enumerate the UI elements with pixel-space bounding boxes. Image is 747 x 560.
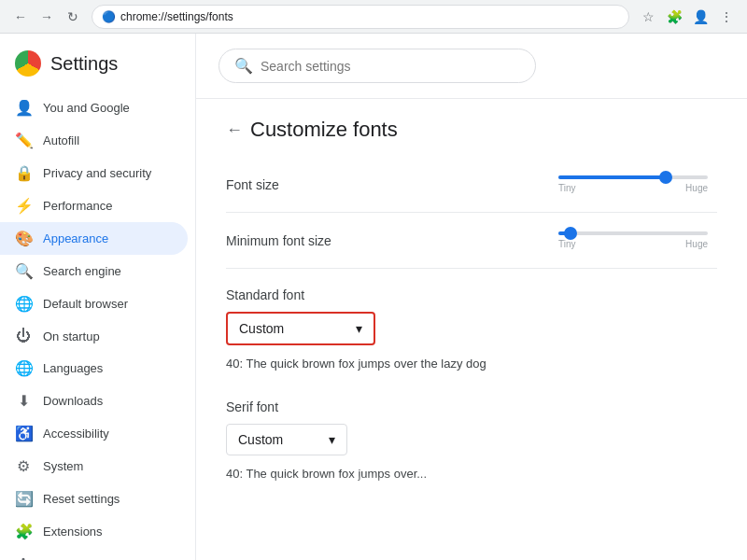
search-bar-container: 🔍 xyxy=(196,34,747,99)
url-text: chrome://settings/fonts xyxy=(120,10,233,23)
sidebar-label-languages: Languages xyxy=(43,361,103,375)
font-size-label-huge: Huge xyxy=(685,183,708,193)
sidebar: Settings 👤 You and Google ✏️ Autofill 🔒 … xyxy=(0,34,196,560)
sidebar-label-extensions: Extensions xyxy=(43,525,103,539)
sidebar-header: Settings xyxy=(0,41,195,91)
font-size-slider-labels: Tiny Huge xyxy=(558,183,708,193)
startup-icon: ⏻ xyxy=(15,328,32,344)
back-button[interactable]: ← xyxy=(9,6,32,28)
browser-bar: ← → ↻ 🔵 chrome://settings/fonts ☆ 🧩 👤 ⋮ xyxy=(0,0,747,34)
site-favicon: 🔵 xyxy=(102,10,115,23)
min-font-size-slider-track[interactable] xyxy=(558,231,708,235)
chrome-logo xyxy=(15,50,41,77)
menu-icon[interactable]: ⋮ xyxy=(715,6,738,28)
content-panel: ← Customize fonts Font size Tiny Huge xyxy=(196,99,747,524)
back-arrow[interactable]: ← xyxy=(226,120,243,140)
sidebar-item-privacy[interactable]: 🔒 Privacy and security xyxy=(0,157,188,189)
sidebar-item-performance[interactable]: ⚡ Performance xyxy=(0,189,188,222)
sidebar-item-extensions[interactable]: 🧩 Extensions xyxy=(0,515,188,548)
sidebar-label-autofill: Autofill xyxy=(43,133,79,147)
sidebar-label-on-startup: On startup xyxy=(43,329,100,343)
search-bar[interactable]: 🔍 xyxy=(218,49,536,83)
sidebar-label-appearance: Appearance xyxy=(43,231,108,245)
forward-button[interactable]: → xyxy=(35,6,58,28)
page-header: ← Customize fonts xyxy=(226,99,717,157)
downloads-icon: ⬇ xyxy=(15,392,32,410)
search-input[interactable] xyxy=(261,59,520,74)
sidebar-item-languages[interactable]: 🌐 Languages xyxy=(0,352,188,385)
min-font-size-slider-thumb[interactable] xyxy=(564,227,577,240)
standard-font-section: Standard font Custom ▾ 40: The quick bro… xyxy=(226,269,717,385)
autofill-icon: ✏️ xyxy=(15,132,32,149)
languages-icon: 🌐 xyxy=(15,359,32,377)
sidebar-label-you-and-google: You and Google xyxy=(43,101,130,115)
sidebar-label-reset: Reset settings xyxy=(43,492,120,506)
reset-icon: 🔄 xyxy=(15,490,32,508)
nav-buttons: ← → ↻ xyxy=(9,6,84,28)
address-bar[interactable]: 🔵 chrome://settings/fonts xyxy=(92,5,629,29)
sidebar-label-downloads: Downloads xyxy=(43,394,103,408)
sidebar-item-appearance[interactable]: 🎨 Appearance xyxy=(0,222,188,255)
standard-font-value: Custom xyxy=(239,321,284,336)
standard-font-dropdown[interactable]: Custom ▾ xyxy=(226,312,375,345)
sidebar-label-default-browser: Default browser xyxy=(43,297,128,311)
sidebar-label-privacy: Privacy and security xyxy=(43,166,151,180)
sidebar-item-reset[interactable]: 🔄 Reset settings xyxy=(0,483,188,515)
font-size-slider-track[interactable] xyxy=(558,175,708,179)
search-icon: 🔍 xyxy=(234,57,253,75)
serif-font-section: Serif font Custom ▾ 40: The quick brown … xyxy=(226,385,717,495)
browser-icon: 🌐 xyxy=(15,295,32,313)
sidebar-item-search-engine[interactable]: 🔍 Search engine xyxy=(0,255,188,287)
sidebar-item-default-browser[interactable]: 🌐 Default browser xyxy=(0,287,188,320)
accessibility-icon: ♿ xyxy=(15,425,32,442)
extension-icon[interactable]: 🧩 xyxy=(663,6,685,28)
sidebar-item-autofill[interactable]: ✏️ Autofill xyxy=(0,124,188,157)
system-icon: ⚙ xyxy=(15,457,32,475)
font-size-label-tiny: Tiny xyxy=(558,183,576,193)
serif-font-value: Custom xyxy=(238,432,283,447)
sidebar-label-accessibility: Accessibility xyxy=(43,427,109,441)
font-size-row: Font size Tiny Huge xyxy=(226,157,717,213)
font-size-slider-fill xyxy=(558,175,666,179)
serif-font-preview: 40: The quick brown fox jumps over... xyxy=(226,455,717,487)
main-content: 🔍 ← Customize fonts Font size Tiny xyxy=(196,34,747,560)
min-font-size-row: Minimum font size Tiny Huge xyxy=(226,213,717,269)
serif-font-label: Serif font xyxy=(226,399,717,414)
privacy-icon: 🔒 xyxy=(15,164,32,182)
min-font-size-slider-labels: Tiny Huge xyxy=(558,239,708,249)
sidebar-label-performance: Performance xyxy=(43,199,112,213)
sidebar-label-system: System xyxy=(43,459,83,473)
toolbar-icons: ☆ 🧩 👤 ⋮ xyxy=(637,6,738,28)
standard-font-arrow: ▾ xyxy=(356,321,362,336)
sidebar-item-accessibility[interactable]: ♿ Accessibility xyxy=(0,417,188,450)
min-font-size-label-tiny: Tiny xyxy=(558,239,576,249)
sidebar-item-you-and-google[interactable]: 👤 You and Google xyxy=(0,91,188,124)
standard-font-preview: 40: The quick brown fox jumps over the l… xyxy=(226,345,717,377)
refresh-button[interactable]: ↻ xyxy=(62,6,84,28)
bookmark-icon[interactable]: ☆ xyxy=(637,6,659,28)
about-icon: ℹ xyxy=(15,555,32,560)
sidebar-item-system[interactable]: ⚙ System xyxy=(0,450,188,483)
standard-font-label: Standard font xyxy=(226,287,717,302)
serif-font-arrow: ▾ xyxy=(329,432,335,447)
extensions-icon: 🧩 xyxy=(15,523,32,540)
sidebar-label-search-engine: Search engine xyxy=(43,264,121,278)
sidebar-item-on-startup[interactable]: ⏻ On startup xyxy=(0,320,188,352)
font-size-slider-container: Tiny Huge xyxy=(549,175,717,193)
settings-title: Settings xyxy=(50,53,118,75)
serif-font-dropdown[interactable]: Custom ▾ xyxy=(226,424,347,455)
min-font-size-label-huge: Huge xyxy=(685,239,708,249)
profile-icon[interactable]: 👤 xyxy=(689,6,712,28)
font-size-label: Font size xyxy=(226,177,279,192)
sidebar-item-downloads[interactable]: ⬇ Downloads xyxy=(0,385,188,417)
performance-icon: ⚡ xyxy=(15,197,32,215)
search-engine-icon: 🔍 xyxy=(15,262,32,280)
appearance-icon: 🎨 xyxy=(15,230,32,247)
person-icon: 👤 xyxy=(15,99,32,117)
page-title: Customize fonts xyxy=(250,118,398,142)
sidebar-item-about[interactable]: ℹ About Chrome xyxy=(0,548,188,560)
min-font-size-slider-container: Tiny Huge xyxy=(549,231,717,249)
font-size-slider-thumb[interactable] xyxy=(659,171,672,184)
app-layout: Settings 👤 You and Google ✏️ Autofill 🔒 … xyxy=(0,34,747,560)
min-font-size-label: Minimum font size xyxy=(226,233,331,248)
